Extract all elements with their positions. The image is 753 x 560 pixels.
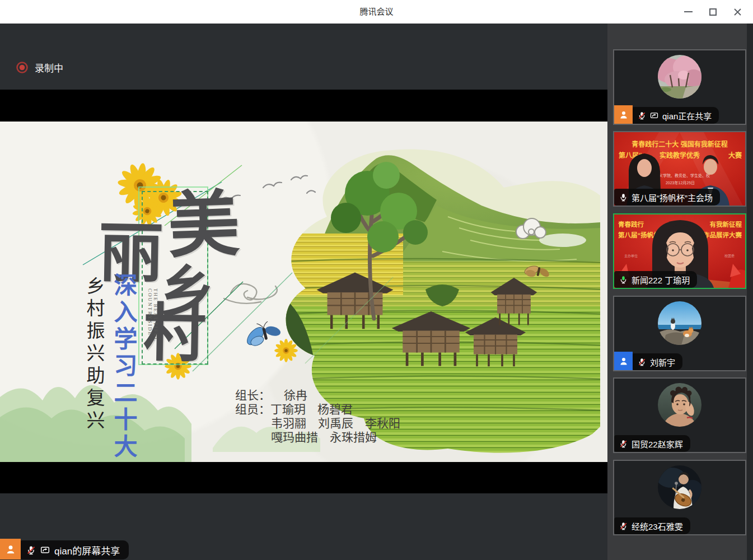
participant-name: 新闻222 丁瑜玥	[632, 274, 690, 286]
close-button[interactable]	[725, 2, 750, 21]
roster: 组长：徐冉 组员：丁瑜玥 杨碧君 韦羽翮 刘禹辰 李秋阳 嘎玛曲措 永珠措姆	[235, 389, 400, 445]
avatar-cats-seaside	[658, 301, 701, 345]
participant-tile-zhaojiahui[interactable]: 国贸22赵家辉	[613, 377, 746, 453]
vertical-theme: 深入学习二十大	[106, 273, 141, 461]
participant-name: 国贸22赵家辉	[632, 438, 683, 450]
mic-muted-icon	[638, 358, 646, 366]
english-subtitle: THE BEAUTIFUL COUNTRYSIDE	[147, 288, 158, 361]
participant-name: qian正在共享	[662, 110, 712, 122]
avatar-guitar-performer	[658, 465, 701, 509]
mic-speaking-icon	[619, 276, 628, 284]
letterbox-top	[0, 90, 607, 122]
participant-tile-shiyawen[interactable]: 经统23石雅雯	[613, 460, 746, 535]
mic-muted-icon	[26, 545, 36, 555]
participant-tile-main-venue[interactable]: 青春践行二十大 强国有我新征程 第八届“ 实践教学优秀 大赛 主义学院、教务处、…	[613, 131, 746, 207]
participant-tile-qian[interactable]: qian正在共享	[613, 49, 746, 125]
mic-on-icon	[619, 193, 628, 202]
cohost-icon	[614, 352, 633, 370]
participant-tile-speaker[interactable]: 青春践行 有我新征程 第八届“扬帆杯 秀作品展评大赛 主办单位 校团委	[613, 213, 746, 289]
roster-members-line1: 组员：丁瑜玥 杨碧君	[235, 403, 400, 417]
mic-muted-icon	[619, 522, 628, 530]
ink-swirl-cloud	[224, 284, 277, 304]
minimize-icon	[684, 11, 693, 12]
recording-indicator: 录制中	[16, 60, 63, 74]
svg-text:青春践行: 青春践行	[618, 221, 644, 228]
participants-sidebar: qian正在共享 青春践行二十大 强国有我新征程 第八届“ 实践教学优秀 大赛 …	[607, 24, 753, 560]
avatar-cherry-blossom	[658, 55, 701, 99]
close-icon	[733, 8, 742, 16]
participant-name: 刘新宇	[650, 356, 675, 368]
host-icon	[614, 105, 633, 124]
roster-members-line2: 韦羽翮 刘禹辰 李秋阳	[235, 417, 400, 431]
maximize-button[interactable]	[700, 2, 725, 21]
svg-text:校团委: 校团委	[724, 254, 735, 258]
recording-icon	[16, 61, 29, 74]
svg-text:主办单位: 主办单位	[624, 254, 638, 258]
svg-text:主义学院、教务处、学生处、校: 主义学院、教务处、学生处、校	[655, 173, 710, 178]
vertical-slogan: 乡村振兴助复兴	[81, 276, 107, 433]
shared-screen-stage[interactable]: 录制中	[0, 24, 607, 560]
recording-label: 录制中	[35, 60, 63, 74]
participant-name: 第八届“扬帆杯”主会场	[632, 192, 713, 203]
svg-text:2023年12月25日: 2023年12月25日	[666, 180, 695, 185]
tencent-meeting-window: 腾讯会议 录制中	[0, 0, 753, 560]
screen-share-icon	[40, 545, 50, 555]
title-char-mei: 美	[167, 188, 241, 262]
svg-text:大赛: 大赛	[728, 151, 742, 160]
screen-share-banner: qian的屏幕共享	[0, 539, 129, 559]
host-icon	[0, 539, 21, 559]
titlebar: 腾讯会议	[0, 0, 753, 24]
screen-share-icon	[650, 111, 658, 120]
avatar-portrait-man	[658, 383, 701, 427]
svg-text:有我新征程: 有我新征程	[710, 221, 742, 228]
roster-members-line3: 嘎玛曲措 永珠措姆	[235, 431, 400, 445]
window-title: 腾讯会议	[0, 0, 753, 24]
shared-slide: 美 丽 乡 村 THE BEAUTIFUL COUNTRYSIDE 乡村振兴助复…	[0, 122, 607, 462]
window-controls	[676, 0, 750, 24]
svg-text:青春践行二十大 强国有我新征程: 青春践行二十大 强国有我新征程	[632, 140, 727, 148]
participant-name: 经统23石雅雯	[632, 520, 683, 532]
letterbox-bottom	[0, 462, 607, 493]
maximize-icon	[709, 8, 717, 16]
minimize-button[interactable]	[676, 2, 700, 21]
mic-muted-icon	[619, 440, 628, 448]
participant-tile-liuxinyu[interactable]: 刘新宇	[613, 296, 746, 371]
roster-leader-line: 组长：徐冉	[235, 389, 400, 403]
share-banner-label: qian的屏幕共享	[54, 543, 120, 557]
mic-muted-icon	[638, 111, 646, 120]
sidebar-scrollbar[interactable]	[747, 24, 753, 560]
svg-text:实践教学优秀: 实践教学优秀	[660, 151, 700, 160]
